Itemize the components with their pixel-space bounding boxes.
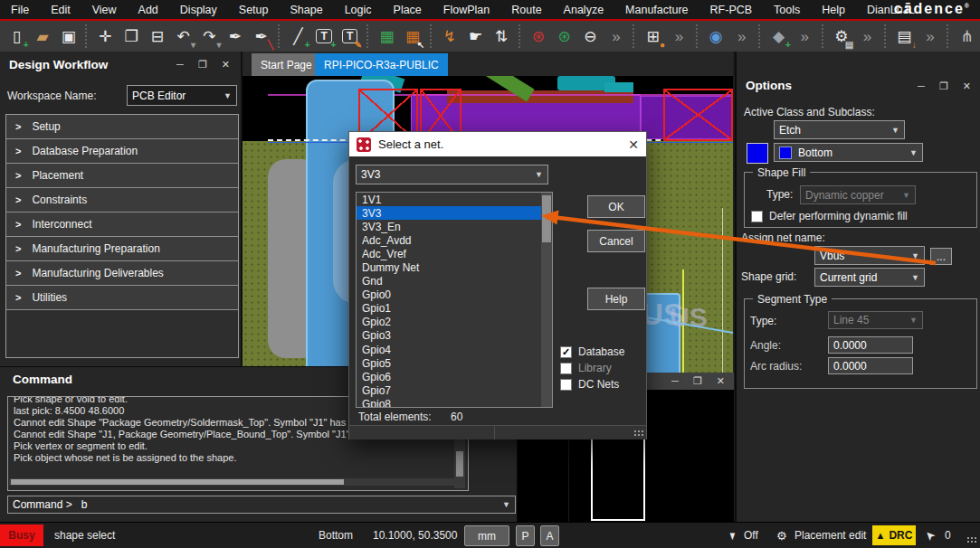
net-list-item[interactable]: Gpio2 — [357, 316, 552, 329]
tab-start-page[interactable]: Start Page — [252, 53, 321, 76]
resize-grip[interactable] — [633, 430, 644, 438]
tab-design[interactable]: RPI-PICO-R3a-PUBLIC — [315, 53, 448, 76]
overflow-chevron-icon[interactable]: » — [604, 24, 629, 49]
net-browse-button[interactable]: ... — [930, 248, 952, 265]
arc-radius-input[interactable]: 0.0000 — [828, 357, 913, 374]
net-list-item[interactable]: Gpio7 — [357, 383, 552, 397]
delete-icon[interactable]: ⊟ — [146, 24, 170, 49]
slide-icon[interactable]: ☛ — [463, 24, 488, 49]
place-module-icon[interactable]: ▦ — [375, 24, 399, 49]
net-list-item[interactable]: Gnd — [357, 275, 552, 288]
visibility-icon[interactable]: ◉ — [704, 24, 728, 49]
menu-place[interactable]: Place — [383, 0, 433, 19]
angle-input[interactable]: 0.0000 — [828, 336, 913, 354]
overflow-chevron-icon[interactable]: » — [793, 24, 817, 49]
menu-setup[interactable]: Setup — [228, 0, 280, 19]
shape-add-icon[interactable]: ◆+ — [766, 24, 791, 49]
share-icon[interactable]: ⋔ — [955, 24, 979, 49]
minimize-icon[interactable]: ─ — [671, 375, 679, 387]
net-list-item[interactable]: Gpio8 — [357, 397, 552, 408]
a-button[interactable]: A — [540, 525, 559, 546]
add-line-icon[interactable]: ╱+ — [286, 24, 310, 49]
workflow-item-manufacturing-preparation[interactable]: >Manufacturing Preparation — [6, 237, 238, 261]
menu-logic[interactable]: Logic — [334, 0, 383, 19]
workflow-item-constraints[interactable]: >Constraints — [6, 188, 238, 213]
close-icon[interactable]: ✕ — [222, 59, 230, 71]
menu-display[interactable]: Display — [169, 0, 228, 19]
workflow-item-placement[interactable]: >Placement — [6, 164, 238, 188]
add-text-icon[interactable]: T+ — [312, 24, 337, 49]
pin-icon[interactable]: ✒ — [224, 24, 248, 49]
layer-color-swatch[interactable] — [747, 143, 768, 164]
net-list-item[interactable]: Gpio4 — [357, 343, 552, 356]
ok-button[interactable]: OK — [587, 195, 645, 218]
report-tools-icon[interactable]: ⚙▤ — [830, 24, 854, 49]
menu-shape[interactable]: Shape — [280, 0, 334, 19]
library-checkbox[interactable]: Library — [560, 362, 612, 374]
menu-file[interactable]: File — [0, 0, 40, 19]
net-list-item[interactable]: 3V3 — [357, 206, 552, 220]
overflow-chevron-icon[interactable]: » — [855, 24, 880, 49]
new-drawing-icon[interactable]: ▯+ — [5, 24, 29, 49]
net-filter-select[interactable]: 3V3▼ — [356, 165, 548, 184]
cancel-button[interactable]: Cancel — [587, 230, 645, 252]
menu-route[interactable]: Route — [500, 0, 552, 19]
restore-icon[interactable]: ❐ — [198, 59, 207, 71]
dialog-titlebar[interactable]: Select a net. ✕ — [349, 132, 646, 156]
route-icon[interactable]: ↯ — [437, 24, 461, 49]
undo-icon[interactable]: ↶▾ — [171, 24, 195, 49]
workflow-item-database-preparation[interactable]: >Database Preparation — [6, 139, 238, 164]
menu-manufacture[interactable]: Manufacture — [614, 0, 699, 19]
overflow-chevron-icon[interactable]: » — [667, 24, 691, 49]
edit-mode[interactable]: Placement edit — [794, 523, 866, 548]
menu-tools[interactable]: Tools — [763, 0, 811, 19]
net-list-item[interactable]: 1V1 — [357, 193, 552, 206]
workflow-item-setup[interactable]: >Setup — [6, 115, 238, 139]
filter-status[interactable]: Off — [744, 523, 758, 548]
database-checkbox[interactable]: ✓Database — [560, 345, 624, 358]
menu-analyze[interactable]: Analyze — [553, 0, 614, 19]
menu-help[interactable]: Help — [811, 0, 856, 19]
console-hscrollbar[interactable] — [9, 478, 458, 486]
open-drawing-icon[interactable]: ▰ — [31, 24, 55, 49]
overflow-chevron-icon[interactable]: » — [918, 24, 943, 49]
net-list-item[interactable]: Adc_Avdd — [357, 233, 552, 247]
place-part-icon[interactable]: ▦↖ — [401, 24, 425, 49]
minimize-icon[interactable]: ─ — [176, 59, 184, 71]
unpin-icon[interactable]: ✒╲ — [249, 24, 273, 49]
menu-rf-pcb[interactable]: RF-PCB — [699, 0, 764, 19]
zoom-icon[interactable]: ⊖ — [578, 24, 603, 49]
copy-icon[interactable]: ❐ — [119, 24, 144, 49]
restore-icon[interactable]: ❐ — [939, 80, 948, 92]
menu-view[interactable]: View — [81, 0, 128, 19]
menu-add[interactable]: Add — [128, 0, 169, 19]
edit-application-icon[interactable]: ⚙ — [776, 523, 787, 548]
workspace-name-select[interactable]: PCB Editor▼ — [127, 85, 237, 106]
restore-icon[interactable]: ❐ — [693, 375, 702, 387]
net-list-item[interactable]: Dummy Net — [357, 260, 552, 274]
list-scrollbar[interactable] — [541, 193, 552, 407]
menu-flowplan[interactable]: FlowPlan — [433, 0, 500, 19]
overflow-chevron-icon[interactable]: » — [729, 24, 754, 49]
edit-text-icon[interactable]: T✎ — [338, 24, 362, 49]
rats-off-icon[interactable]: ⊛ — [552, 24, 576, 49]
net-list-item[interactable]: Gpio6 — [357, 370, 552, 383]
shape-grid-select[interactable]: Current grid▼ — [814, 268, 925, 287]
net-list-item[interactable]: 3V3_En — [357, 220, 552, 233]
class-select[interactable]: Etch▼ — [774, 120, 905, 139]
grid-icon[interactable]: ⊞● — [641, 24, 665, 49]
close-icon[interactable]: ✕ — [628, 137, 639, 152]
help-button[interactable]: Help — [587, 288, 645, 310]
filter-icon[interactable]: ▼ — [727, 523, 738, 548]
redo-icon[interactable]: ↷▾ — [197, 24, 222, 49]
command-input[interactable]: Command > b ▼ — [7, 496, 516, 514]
close-icon[interactable]: ✕ — [963, 80, 971, 92]
defer-fill-checkbox[interactable]: Defer performing dynamic fill — [751, 210, 908, 222]
net-list-item[interactable]: Adc_Vref — [357, 247, 552, 260]
units-button[interactable]: mm — [464, 525, 509, 546]
subclass-select[interactable]: Bottom▼ — [774, 143, 923, 162]
net-list[interactable]: 1V13V33V3_EnAdc_AvddAdc_VrefDummy NetGnd… — [356, 192, 553, 408]
move-icon[interactable]: ✛ — [93, 24, 118, 49]
net-name-select[interactable]: Vbus▼ — [814, 246, 925, 265]
menu-edit[interactable]: Edit — [40, 0, 81, 19]
